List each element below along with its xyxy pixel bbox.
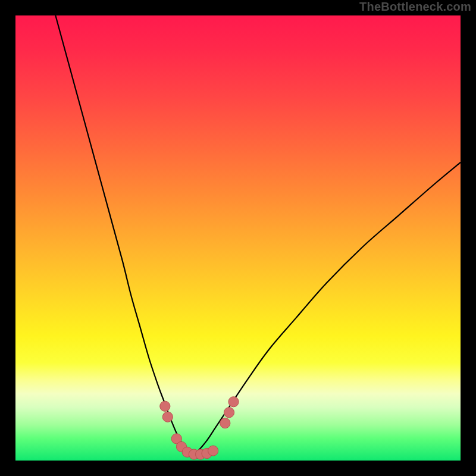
data-marker [162, 412, 173, 422]
chart-frame: TheBottleneck.com [0, 0, 476, 476]
data-marker [228, 397, 239, 407]
marker-group [160, 397, 239, 459]
data-marker [160, 401, 170, 411]
data-marker [208, 446, 218, 456]
curve-left [55, 15, 191, 455]
curve-layer [15, 15, 461, 461]
watermark-text: TheBottleneck.com [359, 0, 471, 14]
data-marker [220, 418, 230, 428]
plot-area [15, 15, 461, 461]
data-marker [224, 408, 234, 418]
